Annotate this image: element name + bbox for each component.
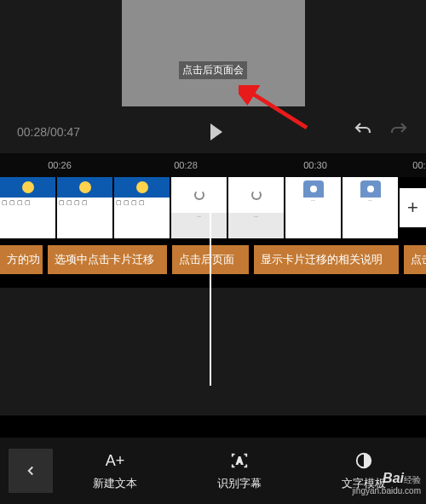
time-total: 00:47 <box>50 125 80 139</box>
video-clip[interactable]: ··· <box>228 177 284 238</box>
video-clip[interactable]: ▢ ▢ ▢ ▢ <box>114 177 170 238</box>
video-clip[interactable]: ··· <box>171 177 227 238</box>
caption-clip[interactable]: 显示卡片迁移的相关说明 <box>254 245 399 274</box>
ruler-tick: 00:26 <box>48 160 72 170</box>
video-clip[interactable]: ▢ ▢ ▢ ▢ <box>57 177 112 238</box>
timeline-empty-area[interactable] <box>0 288 426 415</box>
caption-text: 点击下 <box>411 252 426 267</box>
playhead[interactable] <box>210 177 211 386</box>
new-text-icon: A+ <box>106 450 125 471</box>
caption-text: 显示卡片迁移的相关说明 <box>261 252 383 267</box>
recognize-icon: A <box>230 450 249 471</box>
caption-text: 方的功 <box>7 252 40 267</box>
back-button[interactable] <box>9 449 53 493</box>
caption-text: 点击后页面 <box>179 252 234 267</box>
ruler-tick: 00:3 <box>412 160 426 170</box>
add-clip-button[interactable]: + <box>400 188 426 227</box>
playback-controls: 00:28/00:47 <box>0 111 426 153</box>
plus-icon: + <box>407 197 418 219</box>
undo-icon <box>353 120 373 140</box>
preview-caption: 点击后页面会 <box>179 61 247 79</box>
video-clip[interactable]: ··· <box>285 177 341 238</box>
ruler-tick: 00:30 <box>303 160 327 170</box>
recognize-subtitles-button[interactable]: A 识别字幕 <box>217 450 262 491</box>
video-clip[interactable]: ··· <box>343 177 398 238</box>
watermark: Bai经验 jingyan.baidu.com <box>352 471 421 495</box>
new-text-button[interactable]: A+ 新建文本 <box>93 450 137 491</box>
template-icon <box>354 450 373 471</box>
undo-button[interactable] <box>353 120 373 144</box>
redo-button[interactable] <box>389 120 409 144</box>
caption-clip[interactable]: 方的功 <box>0 245 43 274</box>
tool-label: 识别字幕 <box>217 476 262 491</box>
timeline-ruler[interactable]: 00:26 00:28 00:30 00:3 <box>0 153 426 177</box>
watermark-url: jingyan.baidu.com <box>352 486 421 495</box>
caption-clip[interactable]: 点击下 <box>404 245 426 274</box>
video-track[interactable]: ▢ ▢ ▢ ▢ ▢ ▢ ▢ ▢ ▢ ▢ ▢ ▢ ··· ··· ··· ··· … <box>0 177 426 238</box>
caption-clip[interactable]: 选项中点击卡片迁移 <box>48 245 167 274</box>
preview-area: 点击后页面会 <box>0 0 426 111</box>
timeline-tracks[interactable]: ▢ ▢ ▢ ▢ ▢ ▢ ▢ ▢ ▢ ▢ ▢ ▢ ··· ··· ··· ··· … <box>0 177 426 288</box>
tool-label: 新建文本 <box>93 476 137 491</box>
chevron-left-icon <box>23 463 38 478</box>
timecode: 00:28/00:47 <box>17 125 80 139</box>
time-current: 00:28 <box>17 125 47 139</box>
svg-text:A: A <box>237 456 243 466</box>
video-preview[interactable]: 点击后页面会 <box>122 0 305 106</box>
play-icon <box>210 123 222 140</box>
ruler-tick: 00:28 <box>174 160 198 170</box>
play-button[interactable] <box>97 123 336 140</box>
caption-text: 选项中点击卡片迁移 <box>55 252 154 267</box>
video-clip[interactable]: ▢ ▢ ▢ ▢ <box>0 177 55 238</box>
caption-track[interactable]: 方的功 选项中点击卡片迁移 点击后页面 显示卡片迁移的相关说明 点击下 <box>0 245 426 274</box>
redo-icon <box>389 120 409 140</box>
